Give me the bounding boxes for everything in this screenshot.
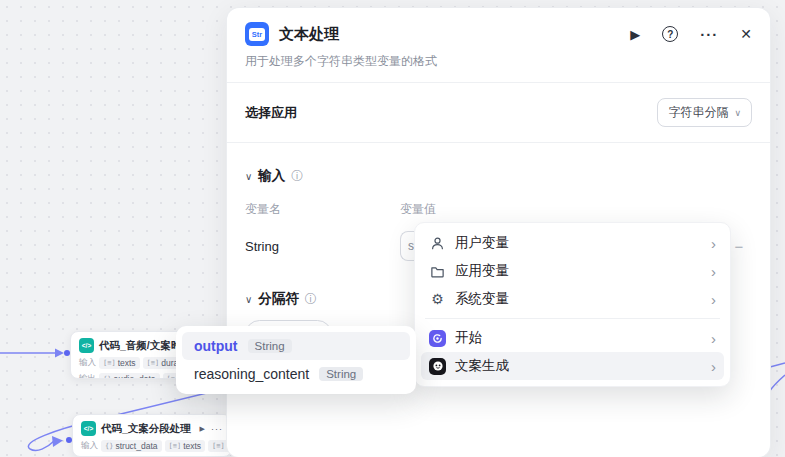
close-button[interactable]: ✕ (740, 26, 752, 42)
code-icon: </> (81, 421, 96, 436)
workflow-canvas[interactable]: </> 代码_音频/文案时间线处理 输入 [≡]texts [≡]duratio… (0, 0, 785, 457)
chevron-down-icon: ∨ (734, 108, 741, 118)
input-section-title: 输入 (258, 167, 285, 185)
param-tag: {}audio_data (99, 373, 160, 379)
column-variable-value: 变量值 (400, 201, 436, 218)
gear-icon: ⚙ (429, 291, 446, 308)
param-tag: {}struct_data (101, 440, 162, 452)
param-tag: [≡]texts (165, 440, 206, 452)
param-tag: [≡]texts (99, 357, 140, 369)
submenu-arrow-icon: › (711, 235, 716, 252)
menu-divider (425, 318, 720, 319)
submenu-item-output[interactable]: output String (182, 332, 410, 360)
submenu-arrow-icon: › (711, 330, 716, 347)
io-label: 输出 (79, 373, 96, 379)
collapse-chevron-icon[interactable]: ∨ (245, 294, 252, 305)
separator-section-title: 分隔符 (258, 290, 299, 308)
text-process-icon: Str (245, 22, 269, 46)
column-variable-name: 变量名 (245, 201, 400, 218)
node-code-text-segment[interactable]: </> 代码_文案分段处理 ▶ ··· 输入 {}struct_data [≡]… (72, 414, 232, 457)
io-label: 输入 (79, 357, 96, 369)
code-icon: </> (79, 338, 94, 353)
submenu-item-reasoning-content[interactable]: reasoning_content String (182, 360, 410, 388)
start-node-icon (429, 330, 446, 347)
menu-item-system-variables[interactable]: ⚙ 系统变量 › (421, 285, 724, 313)
type-badge: String (319, 367, 363, 381)
node-run-button[interactable]: ▶ (200, 425, 205, 433)
select-app-label: 选择应用 (245, 104, 297, 122)
variable-dropdown-menu: 用户变量 › 应用变量 › ⚙ 系统变量 › 开始 › 文案生成 (414, 222, 731, 387)
input-port[interactable] (64, 350, 70, 356)
panel-subtitle: 用于处理多个字符串类型变量的格式 (227, 46, 770, 83)
run-button[interactable]: ▶ (630, 27, 640, 42)
submenu-arrow-icon: › (711, 358, 716, 375)
menu-item-start-node[interactable]: 开始 › (421, 324, 724, 352)
collapse-chevron-icon[interactable]: ∨ (245, 171, 252, 182)
output-field-submenu: output String reasoning_content String (176, 326, 416, 394)
input-port[interactable] (66, 437, 72, 443)
panel-title: 文本处理 (279, 25, 620, 44)
user-icon (429, 235, 446, 252)
menu-item-app-variables[interactable]: 应用变量 › (421, 257, 724, 285)
node-more-button[interactable]: ··· (211, 424, 223, 434)
info-icon: ⓘ (305, 291, 317, 308)
app-select[interactable]: 字符串分隔 ∨ (657, 98, 752, 127)
submenu-arrow-icon: › (711, 291, 716, 308)
node-title: 代码_文案分段处理 (101, 422, 191, 436)
folder-icon (429, 263, 446, 280)
panel-header: Str 文本处理 ▶ ? ··· ✕ (227, 8, 770, 46)
type-badge: String (248, 339, 292, 353)
info-icon: ⓘ (291, 168, 303, 185)
menu-item-user-variables[interactable]: 用户变量 › (421, 229, 724, 257)
help-button[interactable]: ? (662, 26, 678, 42)
io-label: 输入 (81, 440, 98, 452)
variable-name: String (245, 239, 400, 254)
more-button[interactable]: ··· (700, 26, 718, 43)
menu-item-copy-generation[interactable]: 文案生成 › (421, 352, 724, 380)
submenu-arrow-icon: › (711, 263, 716, 280)
bot-icon (429, 358, 446, 375)
